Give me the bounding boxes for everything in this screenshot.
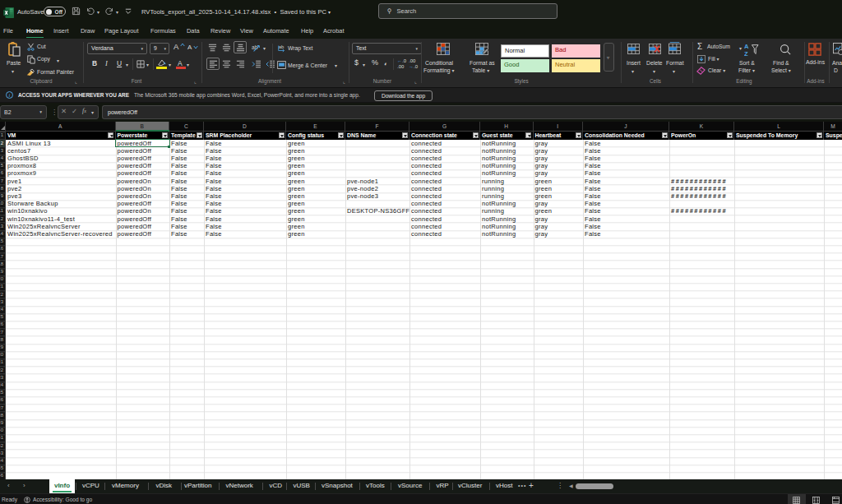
svg-text:ab: ab xyxy=(279,44,285,49)
svg-text:A: A xyxy=(744,43,749,50)
svg-text:Z: Z xyxy=(744,50,748,57)
svg-text:ab: ab xyxy=(252,44,258,50)
